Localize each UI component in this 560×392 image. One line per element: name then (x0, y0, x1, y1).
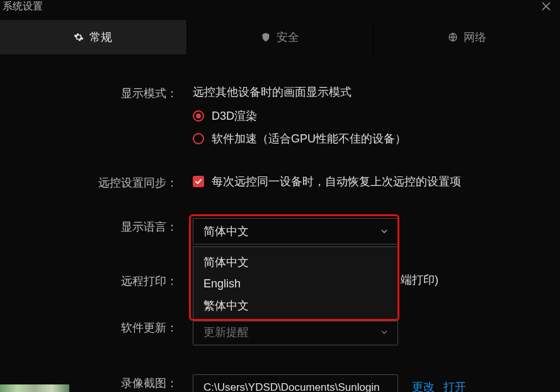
software-update-select[interactable]: 更新提醒 (193, 319, 398, 345)
radio-d3d-label: D3D渲染 (212, 108, 257, 124)
close-icon[interactable] (541, 0, 551, 11)
radio-icon (193, 110, 204, 122)
language-option[interactable]: 简体中文 (193, 251, 397, 274)
software-update-label: 软件更新： (0, 319, 178, 335)
checkbox-sync-label: 每次远控同一设备时，自动恢复上次远控的设置项 (212, 174, 461, 189)
language-label: 显示语言： (0, 218, 178, 234)
radio-software-label: 软件加速（适合GPU性能不佳的设备） (212, 131, 406, 146)
recording-path-input[interactable] (193, 374, 398, 392)
language-dropdown: 简体中文 English 繁体中文 (193, 246, 398, 321)
checkbox-sync[interactable]: 每次远控同一设备时，自动恢复上次远控的设置项 (193, 174, 541, 189)
tab-general[interactable]: 常规 (0, 20, 187, 54)
gear-icon (74, 32, 84, 42)
display-mode-desc: 远控其他设备时的画面显示模式 (193, 84, 541, 100)
software-update-value: 更新提醒 (203, 325, 249, 340)
language-selected-value: 简体中文 (203, 224, 249, 239)
shield-icon (261, 32, 271, 42)
thumbnail-strip (0, 384, 69, 392)
radio-d3d[interactable]: D3D渲染 (193, 108, 541, 124)
chevron-down-icon (380, 328, 389, 337)
sync-label: 远控设置同步： (0, 174, 178, 190)
language-select[interactable]: 简体中文 (193, 218, 398, 245)
tab-network[interactable]: 网络 (374, 20, 560, 54)
open-link[interactable]: 打开 (443, 379, 466, 392)
tab-security[interactable]: 安全 (187, 20, 374, 54)
dialog-title: 系统设置 (3, 0, 43, 13)
radio-icon (193, 133, 204, 144)
display-mode-label: 显示模式： (0, 84, 178, 101)
tab-network-label: 网络 (464, 30, 486, 45)
checkbox-icon (193, 176, 204, 187)
remote-print-label: 远程打印： (0, 272, 178, 289)
globe-icon (448, 32, 458, 42)
remote-print-tail: 端打印) (401, 272, 438, 287)
radio-software[interactable]: 软件加速（适合GPU性能不佳的设备） (193, 131, 541, 146)
language-option[interactable]: 繁体中文 (193, 294, 397, 317)
tab-security-label: 安全 (277, 30, 299, 45)
tab-general-label: 常规 (89, 30, 112, 45)
chevron-down-icon (380, 227, 389, 236)
language-option[interactable]: English (193, 274, 397, 294)
change-link[interactable]: 更改 (412, 379, 435, 392)
